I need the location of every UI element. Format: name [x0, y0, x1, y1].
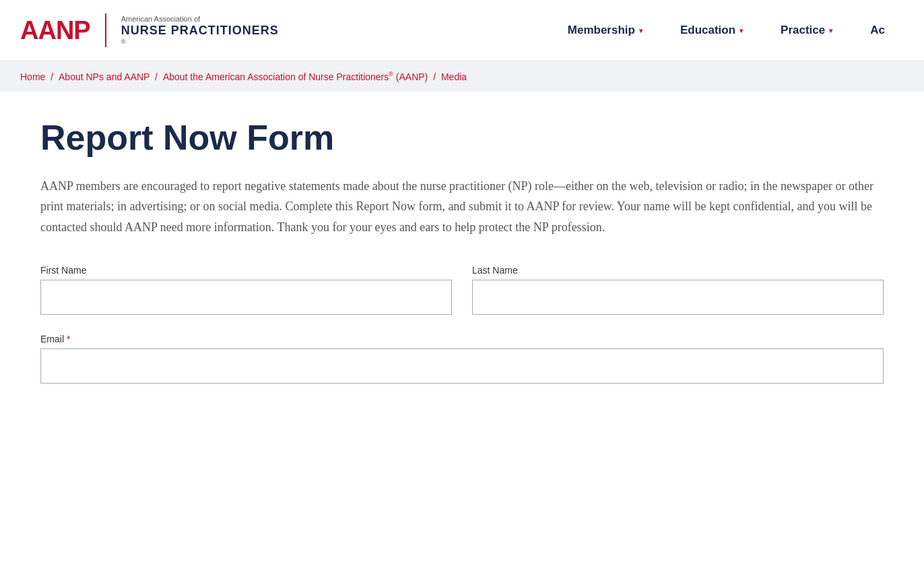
logo-line1: American Association of	[121, 15, 279, 24]
breadcrumb-sep-1: /	[51, 71, 56, 82]
site-header: AANP American Association of NURSE PRACT…	[0, 0, 924, 61]
last-name-label: Last Name	[472, 265, 884, 276]
page-title: Report Now Form	[40, 119, 884, 157]
last-name-input[interactable]	[472, 280, 884, 315]
nav-item-education[interactable]: Education ▾	[661, 0, 762, 61]
breadcrumb-home[interactable]: Home	[20, 71, 45, 82]
first-name-label: First Name	[40, 265, 452, 276]
main-nav: Membership ▾ Education ▾ Practice ▾ Ac	[549, 0, 904, 61]
breadcrumb-sep-2: /	[155, 71, 160, 82]
chevron-down-icon: ▾	[829, 27, 832, 34]
aanp-wordmark: AANP	[20, 16, 90, 45]
chevron-down-icon: ▾	[739, 27, 743, 34]
main-content: Report Now Form AANP members are encoura…	[0, 92, 924, 429]
logo[interactable]: AANP American Association of NURSE PRACT…	[20, 13, 279, 47]
name-row: First Name Last Name	[40, 265, 884, 315]
last-name-group: Last Name	[472, 265, 884, 315]
report-now-form: First Name Last Name Email*	[40, 265, 884, 383]
first-name-input[interactable]	[40, 280, 452, 315]
email-label: Email*	[40, 334, 884, 344]
nav-item-advocacy[interactable]: Ac	[851, 0, 904, 61]
nav-label-membership: Membership	[568, 24, 635, 37]
breadcrumb-about-aanp[interactable]: About the American Association of Nurse …	[163, 71, 428, 82]
logo-text-block: American Association of NURSE PRACTITION…	[121, 15, 279, 46]
logo-line2: NURSE PRACTITIONERS	[121, 24, 279, 38]
nav-item-membership[interactable]: Membership ▾	[549, 0, 661, 61]
logo-line3: ®	[121, 38, 279, 46]
breadcrumb-media[interactable]: Media	[441, 71, 467, 82]
logo-divider	[105, 13, 106, 47]
breadcrumb-sep-3: /	[433, 71, 438, 82]
breadcrumb: Home / About NPs and AANP / About the Am…	[0, 61, 924, 92]
nav-label-advocacy: Ac	[870, 24, 885, 37]
email-group: Email*	[40, 334, 884, 383]
chevron-down-icon: ▾	[639, 27, 642, 34]
nav-label-practice: Practice	[781, 24, 825, 37]
breadcrumb-about-nps[interactable]: About NPs and AANP	[59, 71, 150, 82]
intro-paragraph: AANP members are encouraged to report ne…	[40, 176, 876, 238]
nav-label-education: Education	[680, 24, 735, 37]
email-input[interactable]	[40, 348, 884, 383]
required-marker: *	[67, 334, 70, 344]
first-name-group: First Name	[40, 265, 452, 315]
nav-item-practice[interactable]: Practice ▾	[762, 0, 851, 61]
